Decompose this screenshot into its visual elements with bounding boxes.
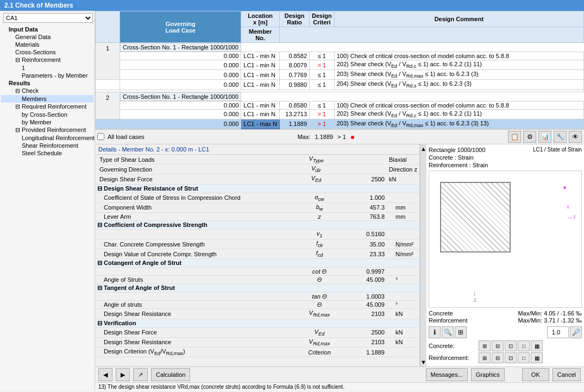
title-bar: 2.1 Check of Members	[0, 0, 584, 11]
sidebar-item-longitudinal-reinf[interactable]: Longitudinal Reinforcement	[1, 134, 93, 142]
concrete-btn5[interactable]: ▦	[531, 340, 543, 351]
viz-zoom-btn[interactable]: 🔍	[442, 326, 454, 338]
detail-group-tan: ⊟ Tangent of Angle of Strut	[95, 284, 419, 293]
zoom-input[interactable]	[547, 326, 569, 338]
sidebar-item-members[interactable]: Members	[1, 95, 93, 103]
view-btn[interactable]: 👁	[569, 131, 582, 143]
settings-btn[interactable]: ⚙	[523, 131, 536, 143]
sidebar-item-by-cross-section[interactable]: by Cross-Section	[1, 111, 93, 118]
status-bar: 13) The design shear resistance VRd,max …	[95, 382, 584, 391]
concrete-btn2[interactable]: ⊟	[492, 340, 504, 351]
detail-row-acw: Coefficient of State of Stress in Compre…	[95, 193, 419, 203]
section-hatch	[440, 182, 511, 252]
sidebar-item-required-reinf[interactable]: ⊟ Required Reinforcement	[1, 103, 93, 111]
filter-btn[interactable]: 🔧	[554, 131, 567, 143]
all-load-cases-label: All load cases	[108, 134, 145, 140]
next-btn[interactable]: ▶	[116, 368, 130, 381]
left-panel: CA1 Input Data General Data Materials Cr…	[0, 11, 95, 391]
member2-no-row: 2 Cross-Section No. 1 - Rectangle 1000/1…	[96, 92, 584, 101]
col-c-header: DesignRatio	[280, 11, 310, 27]
max-crit: > 1	[337, 134, 346, 140]
detail-row-fcd: Design Value of Concrete Compr. Strength…	[95, 249, 419, 259]
scroll-down-icon[interactable]: ▼	[420, 359, 426, 365]
detail-group-strut: ⊟ Design Shear Resistance of Strut	[95, 184, 419, 193]
reinf-btn3[interactable]: ⊡	[505, 352, 517, 363]
member1-row4[interactable]: 0.000 LC1 - min N 0.9880 ≤ 1 204) Shear …	[96, 80, 584, 90]
reinf-btn4[interactable]: □	[518, 352, 530, 363]
graphics-btn[interactable]: Graphics	[471, 368, 505, 381]
detail-row-ved: Design Shear Force VEd 2500 kN	[95, 174, 419, 184]
detail-group-verif: ⊟ Verification	[95, 319, 419, 327]
details-table-wrap: Details - Member No. 2 - x: 0.000 m - LC…	[95, 144, 420, 366]
calculation-btn[interactable]: Calculation	[151, 368, 190, 381]
all-load-cases-checkbox[interactable]	[97, 133, 104, 140]
sidebar-item-reinf-1[interactable]: 1	[1, 64, 93, 72]
z-arrow: →	[471, 290, 479, 297]
ok-btn[interactable]: OK	[522, 368, 549, 381]
reinf-btn1[interactable]: ⊞	[479, 352, 491, 363]
messages-btn[interactable]: Messages...	[426, 368, 468, 381]
sidebar-item-general-data[interactable]: General Data	[1, 33, 93, 41]
viz-concrete-info-row: Concrete Max/Min: 4.05 / -1.66 ‰	[429, 310, 582, 317]
col-a-header	[96, 11, 120, 43]
chart-btn[interactable]: 📊	[538, 131, 551, 143]
detail-row-z: Lever Arm z 763.8 mm	[95, 212, 419, 220]
prev-btn[interactable]: ◀	[98, 368, 112, 381]
member2-row3-highlight[interactable]: 0.000 LC1 - max N 1.1889 > 1 203) Shear …	[96, 119, 584, 129]
col-memberno-header: MemberNo.	[241, 27, 280, 43]
sidebar-item-by-member[interactable]: by Member	[1, 118, 93, 126]
sidebar-item-materials[interactable]: Materials	[1, 41, 93, 48]
member2-row2[interactable]: 0.000 LC1 - min N 13.2713 > 1 202) Shear…	[96, 109, 584, 119]
member1-row3[interactable]: 0.000 LC1 - min N 0.7769 ≤ 1 203) Shear …	[96, 70, 584, 80]
details-scrollbar[interactable]: ▲ ▼	[420, 144, 426, 366]
member1-row1[interactable]: 0.000 LC1 - min N 0.8582 ≤ 1 100) Check …	[96, 52, 584, 60]
sidebar-item-provided-reinf[interactable]: ⊟ Provided Reinforcement	[1, 126, 93, 134]
max-label: Max:	[298, 134, 311, 140]
sidebar-item-cross-sections[interactable]: Cross-Sections	[1, 48, 93, 56]
detail-row-bw: Component Width bw 457.3 mm	[95, 203, 419, 212]
warning-icon: ●	[350, 132, 355, 141]
reinf-btn2[interactable]: ⊟	[492, 352, 504, 363]
sidebar-item-params-by-member[interactable]: Parameters - by Member	[1, 72, 93, 79]
col-d-header: DesignCriteri	[310, 11, 335, 27]
results-table: Governing Load Case Locationx [m] Design…	[95, 11, 584, 129]
sidebar-item-shear-reinf[interactable]: Shear Reinforcement	[1, 142, 93, 149]
viz-rect-label: Rectangle 1000/1000	[429, 147, 486, 153]
member1-no: 1	[96, 43, 120, 80]
detail-row-vrdmax1: Design Shear Resistance VRd,max 2103 kN	[95, 309, 419, 319]
max-value: 1.1889	[315, 134, 334, 140]
viz-canvas: → y → z x	[429, 170, 582, 308]
member1-row2[interactable]: 0.000 LC1 - min N 8.0079 > 1 202) Shear …	[96, 60, 584, 70]
viz-controls: ℹ 🔍 ⊞ 🔎	[429, 326, 582, 338]
member1-section: Cross-Section No. 1 - Rectangle 1000/100…	[120, 43, 241, 52]
viz-info: Concrete Max/Min: 4.05 / -1.66 ‰ Reinfor…	[429, 310, 582, 324]
reinf-btn5[interactable]: ▦	[531, 352, 543, 363]
export-btn[interactable]: 📋	[508, 131, 521, 143]
scroll-up-icon[interactable]: ▲	[420, 146, 426, 152]
concrete-btn3[interactable]: ⊡	[505, 340, 517, 351]
concrete-btn1[interactable]: ⊞	[479, 340, 491, 351]
sidebar-item-input-data[interactable]: Input Data	[1, 26, 93, 33]
sidebar-item-reinforcement[interactable]: ⊟ Reinforcement	[1, 56, 93, 64]
viz-reinf-values: Max/Min: 3.71 / -1.32 ‰	[518, 317, 582, 324]
sidebar-item-steel-schedule[interactable]: Steel Schedule	[1, 149, 93, 157]
cancel-btn[interactable]: Cancel	[552, 368, 581, 381]
detail-row-tan-val: tan Θ 1.0003	[95, 293, 419, 301]
detail-row-ved2: Design Shear Force VEd 2500 kN	[95, 327, 419, 337]
detail-row-cot-val: cot Θ 0.9997	[95, 268, 419, 276]
detail-group-compressive: ⊟ Coefficient of Compressive Strength	[95, 220, 419, 229]
export2-btn[interactable]: ↗	[133, 368, 148, 381]
detail-row-fck: Char. Concrete Compressive Strength fck …	[95, 239, 419, 249]
concrete-btn4[interactable]: □	[518, 340, 530, 351]
sidebar-item-results[interactable]: Results	[1, 79, 93, 87]
sidebar-item-check[interactable]: ⊟ Check	[1, 87, 93, 95]
member2-section: Cross-Section No. 1 - Rectangle 1000/100…	[120, 92, 241, 101]
details-table: Type of Shear Loads VType Biaxial Govern…	[95, 155, 419, 357]
ca-dropdown[interactable]: CA1	[3, 13, 93, 23]
viz-layers-btn[interactable]: ⊞	[455, 326, 467, 338]
viz-reinf-label: Reinforcement	[429, 317, 468, 324]
member2-row1[interactable]: 0.000 LC1 - min N 0.8580 ≤ 1 100) Check …	[96, 101, 584, 109]
viz-info-btn[interactable]: ℹ	[429, 326, 441, 338]
viz-zoom-fit-btn[interactable]: 🔎	[570, 326, 582, 338]
title-text: 2.1 Check of Members	[4, 2, 73, 9]
